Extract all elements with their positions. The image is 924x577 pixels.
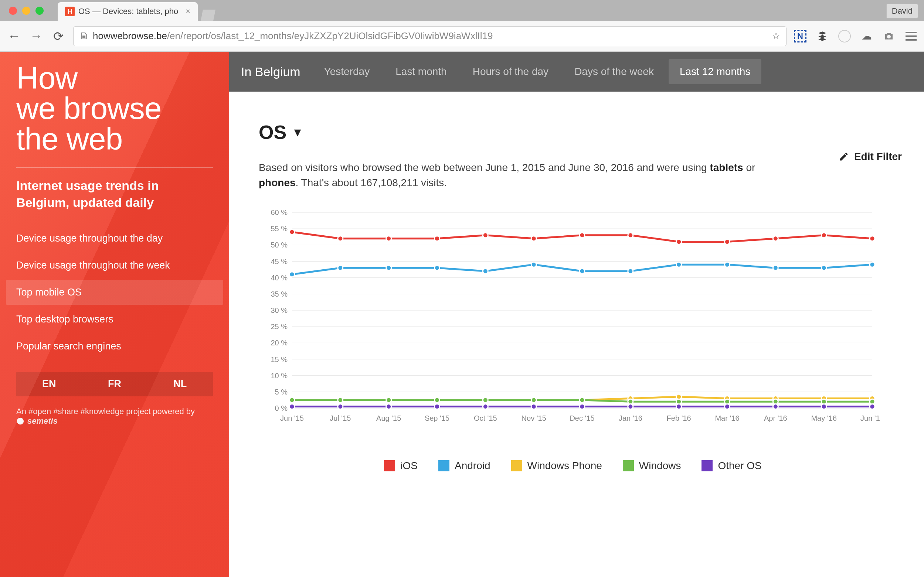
cloud-icon[interactable]: ☁ [861, 30, 873, 42]
lang-button[interactable]: EN [16, 372, 82, 396]
period-tab[interactable]: Hours of the day [462, 59, 560, 84]
svg-text:40 %: 40 % [271, 274, 288, 282]
url-host: howwebrowse.be [93, 30, 167, 42]
topbar: In Belgium YesterdayLast monthHours of t… [229, 52, 924, 92]
period-tab[interactable]: Last 12 months [669, 59, 761, 84]
browser-tab[interactable]: H OS — Devices: tablets, pho × [58, 2, 198, 21]
lang-button[interactable]: NL [147, 372, 213, 396]
edit-filter-button[interactable]: Edit Filter [838, 151, 902, 163]
extension-circle-icon[interactable] [838, 30, 851, 42]
tab-title: OS — Devices: tablets, pho [78, 6, 178, 16]
svg-point-103 [870, 404, 875, 409]
svg-point-57 [531, 262, 536, 268]
svg-point-96 [531, 404, 536, 409]
svg-point-78 [289, 398, 294, 403]
svg-text:Nov '15: Nov '15 [522, 414, 546, 422]
svg-point-83 [531, 398, 536, 403]
svg-text:5 %: 5 % [275, 388, 288, 396]
window-controls [9, 6, 44, 15]
svg-point-79 [338, 398, 343, 403]
profile-badge[interactable]: David [886, 4, 918, 18]
bookmark-star-icon[interactable]: ☆ [772, 30, 780, 42]
browser-toolbar: ← → ⟳ 🗎 howwebrowse.be/en/report/os/last… [0, 21, 924, 52]
svg-text:Oct '15: Oct '15 [474, 414, 497, 422]
lang-button[interactable]: FR [82, 372, 147, 396]
svg-text:45 %: 45 % [271, 258, 288, 266]
svg-text:Dec '15: Dec '15 [570, 414, 594, 422]
url-bar[interactable]: 🗎 howwebrowse.be/en/report/os/last_12_mo… [73, 26, 787, 46]
period-tab[interactable]: Days of the week [563, 59, 665, 84]
svg-text:55 %: 55 % [271, 225, 288, 233]
svg-text:Apr '16: Apr '16 [764, 414, 787, 422]
forward-button[interactable]: → [29, 29, 44, 43]
svg-point-40 [338, 236, 343, 241]
svg-point-80 [386, 398, 391, 403]
svg-point-43 [483, 233, 488, 238]
footer-text: An #open #share #knowledge project power… [16, 407, 195, 416]
url-path: /en/report/os/last_12_months/eyJkZXZpY2U… [167, 30, 493, 42]
svg-point-101 [773, 404, 778, 409]
svg-point-99 [676, 404, 682, 409]
minimize-window-icon[interactable] [22, 6, 30, 15]
svg-text:Jul '15: Jul '15 [330, 414, 351, 422]
sidebar-item[interactable]: Top mobile OS [6, 280, 223, 305]
legend-swatch-icon [623, 460, 634, 471]
svg-point-82 [483, 398, 488, 403]
svg-text:35 %: 35 % [271, 290, 288, 298]
maximize-window-icon[interactable] [36, 6, 44, 15]
chart-svg: 0 %5 %10 %15 %20 %25 %30 %35 %40 %45 %50… [259, 209, 880, 423]
svg-point-84 [580, 398, 585, 403]
svg-point-95 [483, 404, 488, 409]
svg-text:Mar '16: Mar '16 [715, 414, 739, 422]
back-button[interactable]: ← [6, 29, 21, 43]
legend-swatch-icon [438, 460, 449, 471]
logo-line1: How [16, 63, 213, 93]
close-window-icon[interactable] [9, 6, 17, 15]
sidebar-item[interactable]: Top desktop browsers [6, 307, 223, 332]
legend-item[interactable]: Windows Phone [511, 460, 602, 472]
svg-point-59 [628, 269, 633, 274]
nav-list: Device usage throughout the dayDevice us… [0, 226, 229, 359]
svg-point-54 [386, 265, 391, 271]
sidebar: How we browse the web Internet usage tre… [0, 52, 229, 577]
svg-point-56 [483, 269, 488, 274]
legend-item[interactable]: iOS [384, 460, 418, 472]
language-switch: ENFRNL [16, 372, 213, 396]
legend-swatch-icon [384, 460, 395, 471]
svg-point-51 [870, 236, 875, 241]
legend-item[interactable]: Android [438, 460, 491, 472]
camera-icon[interactable] [883, 30, 895, 42]
svg-point-62 [773, 265, 778, 271]
sidebar-item[interactable]: Device usage throughout the day [6, 226, 223, 251]
logo-line2: we browse [16, 93, 213, 123]
period-tab[interactable]: Last month [384, 59, 458, 84]
svg-text:0 %: 0 % [275, 404, 288, 412]
svg-point-49 [773, 236, 778, 241]
legend-item[interactable]: Other OS [701, 460, 761, 472]
footer-brand[interactable]: semetis [16, 416, 58, 426]
extension-icons: N ☁ [794, 30, 918, 42]
buffer-icon[interactable] [816, 30, 829, 42]
svg-text:Jun '16: Jun '16 [861, 414, 880, 422]
favicon-icon: H [65, 6, 75, 16]
reload-button[interactable]: ⟳ [51, 29, 66, 44]
legend-label: Windows [639, 460, 681, 472]
svg-point-55 [435, 265, 440, 271]
sidebar-item[interactable]: Device usage throughout the week [6, 253, 223, 278]
close-tab-icon[interactable]: × [186, 6, 191, 16]
svg-text:15 %: 15 % [271, 355, 288, 364]
browser-chrome: H OS — Devices: tablets, pho × David ← →… [0, 0, 924, 52]
legend-item[interactable]: Windows [623, 460, 681, 472]
tagline: Internet usage trends in Belgium, update… [0, 177, 229, 226]
svg-point-42 [435, 236, 440, 241]
sidebar-item[interactable]: Popular search engines [6, 334, 223, 359]
svg-text:20 %: 20 % [271, 339, 288, 347]
svg-point-64 [870, 262, 875, 268]
page-heading[interactable]: OS ▼ [259, 121, 902, 143]
extension-n-icon[interactable]: N [794, 30, 806, 42]
new-tab-button[interactable] [201, 10, 215, 21]
menu-icon[interactable] [905, 30, 918, 42]
period-tab[interactable]: Yesterday [313, 59, 381, 84]
chevron-down-icon: ▼ [292, 126, 304, 139]
description: Based on visitors who browsed the web be… [259, 160, 776, 190]
